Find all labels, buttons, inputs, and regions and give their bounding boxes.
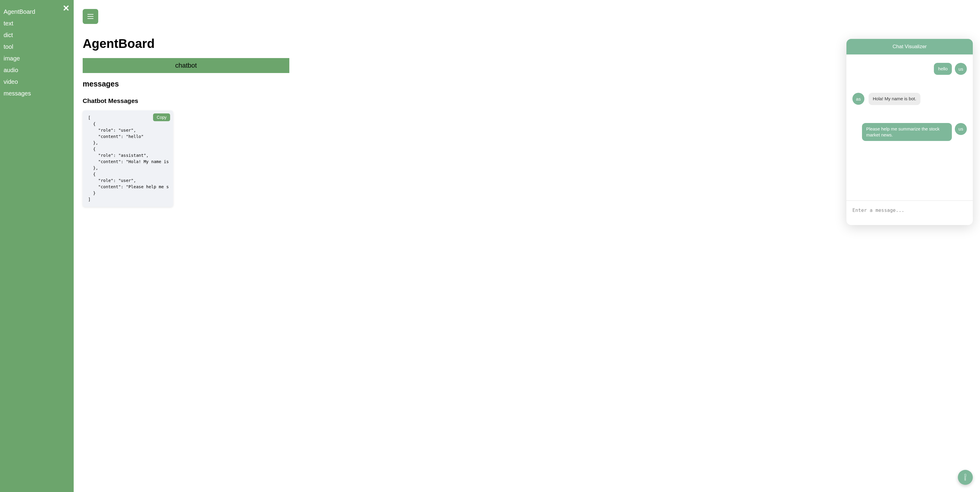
sidebar-item-image[interactable]: image (3, 53, 70, 64)
chat-input-area (846, 200, 973, 225)
main-content: AgentBoard chatbot messages Chatbot Mess… (74, 0, 980, 492)
chat-message-user: Please help me summarize the stock marke… (853, 123, 967, 141)
code-block: Copy [ { "role": "user", "content": "hel… (83, 110, 173, 207)
code-content: [ { "role": "user", "content": "hello" }… (88, 114, 169, 203)
chat-panel: Chat Visualizer hello us as Hola! My nam… (846, 39, 973, 225)
sidebar-item-messages[interactable]: messages (3, 88, 70, 99)
chat-bubble: Please help me summarize the stock marke… (862, 123, 952, 141)
tab-chatbot[interactable]: chatbot (83, 58, 290, 73)
chat-message-assistant: as Hola! My name is bot. (853, 93, 967, 105)
sidebar-item-tool[interactable]: tool (3, 41, 70, 53)
sidebar-item-text[interactable]: text (3, 17, 70, 29)
subsection-heading: Chatbot Messages (83, 97, 968, 105)
chat-header: Chat Visualizer (846, 39, 973, 54)
chat-input[interactable] (853, 207, 967, 213)
sidebar: ✕ AgentBoard text dict tool image audio … (0, 0, 74, 492)
hamburger-button[interactable] (83, 9, 98, 24)
chat-bubble: Hola! My name is bot. (869, 93, 920, 105)
avatar-user: us (955, 123, 967, 135)
sidebar-item-audio[interactable]: audio (3, 64, 70, 76)
copy-button[interactable]: Copy (153, 113, 170, 121)
chat-message-user: hello us (853, 63, 967, 75)
avatar-user: us (955, 63, 967, 75)
avatar-assistant: as (853, 93, 864, 105)
sidebar-item-agentboard[interactable]: AgentBoard (3, 6, 70, 17)
chat-bubble: hello (934, 63, 952, 75)
hamburger-icon (88, 14, 94, 19)
section-heading: messages (83, 79, 968, 88)
chat-body[interactable]: hello us as Hola! My name is bot. Please… (846, 54, 973, 200)
sidebar-item-dict[interactable]: dict (3, 29, 70, 41)
page-title: AgentBoard (83, 37, 968, 51)
close-fab[interactable]: Close (958, 470, 973, 485)
sidebar-item-video[interactable]: video (3, 76, 70, 88)
close-icon[interactable]: ✕ (63, 4, 70, 13)
